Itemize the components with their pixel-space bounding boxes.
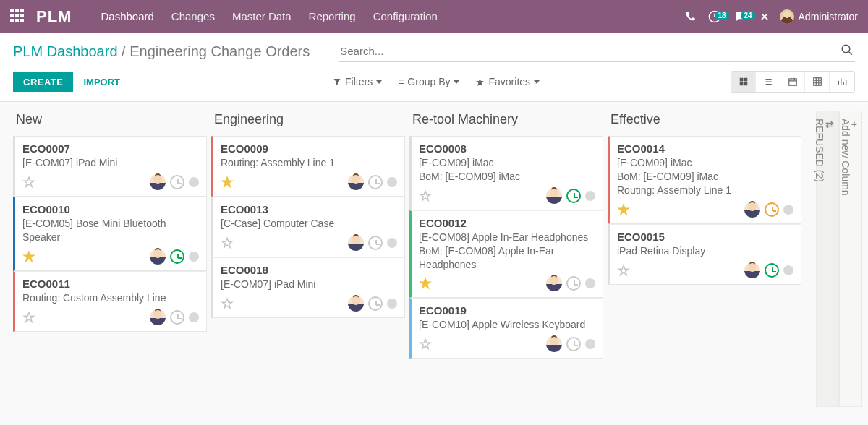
kanban-card[interactable]: ECO0015iPad Retina Display [608, 224, 801, 285]
create-button[interactable]: CREATE [13, 72, 73, 92]
assignee-avatar-icon[interactable] [744, 202, 760, 218]
kanban-card[interactable]: ECO0007[E-COM07] iPad Mini [13, 136, 207, 197]
assignee-avatar-icon[interactable] [348, 174, 364, 190]
activities-icon[interactable]: 18 [702, 9, 728, 24]
card-line: [E-COM09] iMac [419, 156, 595, 170]
user-menu[interactable]: Administrator [780, 9, 858, 24]
star-icon[interactable] [221, 297, 234, 310]
kanban-state-dot[interactable] [387, 238, 397, 248]
apps-grid-icon[interactable] [10, 9, 26, 25]
star-icon[interactable] [419, 338, 432, 351]
favorites-dropdown[interactable]: Favorites [475, 76, 540, 87]
nav-item-configuration[interactable]: Configuration [365, 0, 446, 33]
assignee-avatar-icon[interactable] [744, 262, 760, 278]
graph-view-button[interactable] [830, 72, 854, 92]
star-icon[interactable] [617, 203, 630, 216]
assignee-avatar-icon[interactable] [546, 275, 562, 291]
card-title: ECO0011 [22, 278, 199, 290]
breadcrumb-current: Engineering Change Orders [129, 43, 310, 59]
kanban-state-dot[interactable] [189, 312, 199, 322]
star-icon[interactable] [221, 176, 234, 189]
kanban-state-dot[interactable] [387, 299, 397, 309]
search-icon[interactable] [841, 43, 854, 56]
kanban-column-title[interactable]: Effective [610, 112, 799, 127]
search-bar [339, 40, 855, 62]
nav-item-changes[interactable]: Changes [163, 0, 224, 33]
card-footer [221, 294, 397, 313]
card-title: ECO0018 [221, 264, 397, 276]
activity-clock-icon[interactable] [765, 202, 779, 217]
activity-clock-icon[interactable] [566, 337, 581, 351]
kanban-card[interactable]: ECO0010[E-COM05] Bose Mini Bluetooth Spe… [13, 197, 207, 271]
list-view-button[interactable] [756, 72, 780, 92]
kanban-view-button[interactable] [731, 72, 756, 92]
assignee-avatar-icon[interactable] [348, 235, 364, 251]
kanban-column-title[interactable]: Re-tool Machinery [412, 112, 600, 127]
kanban-card[interactable]: ECO0013[C-Case] Computer Case [211, 197, 405, 257]
assignee-avatar-icon[interactable] [150, 174, 166, 190]
nav-item-master-data[interactable]: Master Data [224, 0, 300, 33]
assignee-avatar-icon[interactable] [546, 188, 562, 204]
svg-rect-6 [788, 79, 796, 85]
close-tray-icon[interactable] [754, 12, 775, 22]
kanban-state-dot[interactable] [189, 252, 199, 262]
folded-column-refused[interactable]: ⇄ REFUSED (2) [816, 111, 839, 407]
activity-clock-icon[interactable] [170, 175, 184, 189]
user-avatar-icon [780, 9, 794, 24]
kanban-card[interactable]: ECO0009Routing: Assembly Line 1 [211, 136, 405, 197]
breadcrumb-root[interactable]: PLM Dashboard [13, 43, 118, 59]
phone-icon[interactable] [678, 11, 702, 22]
activity-clock-icon[interactable] [765, 263, 779, 278]
star-icon[interactable] [221, 236, 234, 249]
messages-icon[interactable]: 24 [728, 9, 754, 24]
star-icon[interactable] [22, 250, 35, 263]
kanban-column-title[interactable]: Engineering [214, 112, 402, 127]
search-input[interactable] [339, 40, 855, 61]
assignee-avatar-icon[interactable] [546, 336, 562, 352]
filters-dropdown[interactable]: Filters [333, 76, 382, 87]
card-line: iPad Retina Display [617, 244, 793, 258]
activity-clock-icon[interactable] [170, 310, 184, 325]
star-icon[interactable] [419, 277, 432, 290]
assignee-avatar-icon[interactable] [348, 296, 364, 312]
card-line: [C-Case] Computer Case [221, 217, 397, 231]
card-footer [221, 173, 397, 192]
card-footer [22, 308, 199, 327]
star-icon[interactable] [22, 176, 35, 189]
kanban-state-dot[interactable] [585, 278, 595, 288]
kanban-card[interactable]: ECO0019[E-COM10] Apple Wireless Keyboard [409, 298, 603, 359]
activity-clock-icon[interactable] [170, 249, 184, 264]
activity-clock-icon[interactable] [368, 296, 383, 311]
nav-item-dashboard[interactable]: Dashboard [92, 0, 162, 33]
calendar-view-button[interactable] [780, 72, 805, 92]
kanban-state-dot[interactable] [585, 191, 595, 201]
import-button[interactable]: IMPORT [73, 72, 130, 92]
activity-clock-icon[interactable] [566, 189, 581, 203]
assignee-avatar-icon[interactable] [150, 249, 166, 265]
star-icon[interactable] [617, 264, 630, 277]
kanban-column-title[interactable]: New [16, 112, 204, 127]
activity-clock-icon[interactable] [566, 276, 581, 291]
kanban-card[interactable]: ECO0018[E-COM07] iPad Mini [211, 257, 405, 318]
kanban-card[interactable]: ECO0014[E-COM09] iMacBoM: [E-COM09] iMac… [608, 136, 801, 224]
kanban-card[interactable]: ECO0012[E-COM08] Apple In-Ear Headphones… [409, 210, 603, 299]
star-icon[interactable] [419, 189, 432, 202]
card-footer [22, 173, 199, 192]
add-column-button[interactable]: + Add new Column [839, 111, 862, 407]
kanban-card[interactable]: ECO0008[E-COM09] iMacBoM: [E-COM09] iMac [409, 136, 603, 210]
card-line: [E-COM07] iPad Mini [221, 278, 397, 291]
kanban-card[interactable]: ECO0011Routing: Custom Assembly Line [13, 271, 207, 332]
activity-clock-icon[interactable] [368, 236, 383, 250]
kanban-state-dot[interactable] [189, 177, 199, 187]
star-icon[interactable] [22, 311, 35, 324]
activity-clock-icon[interactable] [368, 175, 383, 189]
groupby-dropdown[interactable]: ≡ Group By [398, 76, 459, 87]
assignee-avatar-icon[interactable] [150, 309, 166, 325]
kanban-state-dot[interactable] [783, 205, 793, 215]
card-line: [E-COM07] iPad Mini [22, 156, 199, 170]
kanban-state-dot[interactable] [387, 177, 397, 187]
nav-item-reporting[interactable]: Reporting [300, 0, 365, 33]
pivot-view-button[interactable] [805, 72, 830, 92]
kanban-state-dot[interactable] [585, 339, 595, 349]
kanban-state-dot[interactable] [783, 265, 793, 275]
